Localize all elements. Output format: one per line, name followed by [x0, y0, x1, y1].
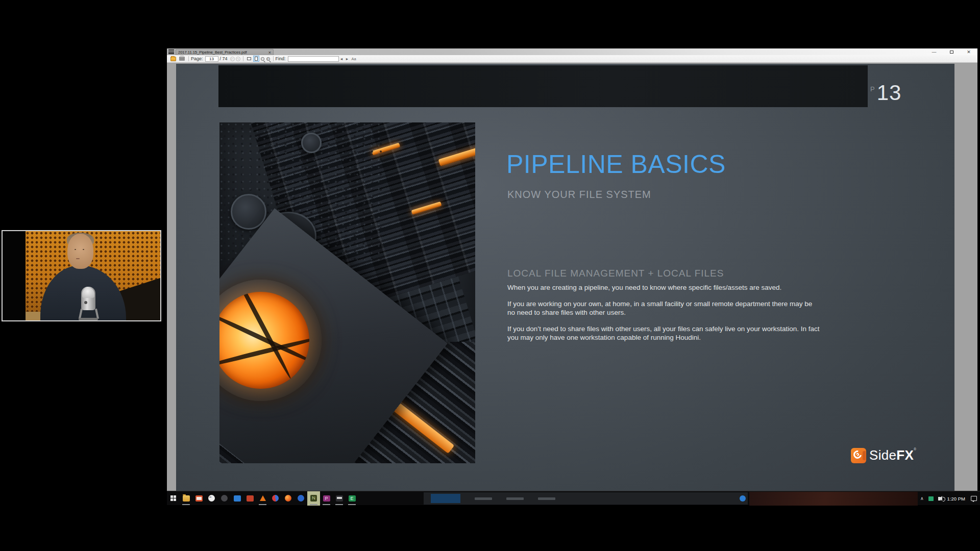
green-app-icon: E	[349, 495, 356, 502]
sidefx-logo-icon	[851, 448, 866, 463]
slide-body-text: When you are creating a pipeline, you ne…	[507, 283, 870, 349]
sidefx-logo-text: SideFX®	[869, 447, 917, 463]
background-window-strip	[424, 492, 748, 505]
zoom-out-icon[interactable]: -	[261, 57, 264, 61]
active-app-icon: N	[310, 495, 317, 502]
paragraph: When you are creating a pipeline, you ne…	[507, 283, 870, 292]
webcam-video	[26, 231, 161, 320]
taskbar-mail[interactable]	[192, 491, 205, 506]
windows-taskbar: N P E ∧ 1:20 PM	[167, 491, 980, 505]
paragraph: If you are working on your own, at home,…	[507, 299, 870, 317]
open-file-icon[interactable]	[170, 57, 176, 61]
page-number: 13	[877, 81, 902, 105]
background-window-button	[431, 494, 460, 503]
webcam-person-head	[67, 234, 93, 268]
system-tray: ∧ 1:20 PM	[920, 491, 977, 506]
tray-network-icon[interactable]	[928, 496, 934, 501]
taskbar-app-4[interactable]	[243, 491, 256, 506]
tray-expand-icon[interactable]: ∧	[920, 496, 924, 501]
action-center-icon[interactable]	[971, 496, 977, 501]
taskbar-app-6[interactable]	[295, 491, 307, 506]
print-icon[interactable]	[179, 57, 185, 61]
taskbar-file-explorer[interactable]	[180, 491, 192, 506]
tab-close-icon[interactable]: ×	[268, 51, 271, 55]
file-explorer-icon	[183, 495, 190, 502]
document-tab[interactable]: 2017.11.15_Pipeline_Best_Practices.pdf ×	[176, 49, 274, 55]
menu-icon[interactable]	[168, 49, 174, 54]
mail-icon	[195, 495, 203, 502]
machine-ring	[301, 133, 322, 153]
toolbar-divider	[273, 56, 274, 61]
close-button[interactable]: ✕	[960, 48, 977, 55]
vlc-icon	[260, 495, 266, 501]
tab-bar: 2017.11.15_Pipeline_Best_Practices.pdf ×…	[167, 48, 977, 55]
maximize-icon	[950, 51, 953, 54]
start-button[interactable]	[167, 491, 180, 506]
taskbar-app-7[interactable]: P	[320, 491, 333, 506]
purple-app-icon: P	[323, 495, 330, 502]
slide-header-band	[218, 65, 868, 107]
page-label: Page:	[191, 56, 203, 61]
taskbar-active-app[interactable]: N	[307, 491, 320, 506]
maximize-button[interactable]	[943, 48, 960, 55]
toolbar-divider	[243, 56, 243, 61]
section-heading: LOCAL FILE MANAGEMENT + LOCAL FILES	[507, 268, 724, 279]
previous-page-button[interactable]: ↶	[230, 57, 235, 61]
machine-ring	[231, 194, 266, 230]
window-controls: — ✕	[925, 48, 977, 55]
slide-page-marker: P 13	[870, 81, 901, 105]
taskbar-app-2[interactable]	[218, 491, 231, 506]
desktop-wallpaper-strip	[749, 492, 918, 506]
document-tab-title: 2017.11.15_Pipeline_Best_Practices.pdf	[178, 50, 267, 55]
taskbar-firefox[interactable]	[282, 491, 295, 506]
find-label: Find:	[276, 56, 286, 61]
page-number-input[interactable]	[205, 56, 218, 62]
speaker-icon[interactable]	[938, 497, 941, 500]
pdf-toolbar: Page: / 74 ↶ ↷ - + Find: ◄ ► Aa	[167, 55, 977, 63]
webcam-microphone	[79, 287, 99, 320]
background-blue-icon	[740, 495, 746, 502]
blue-circle-app-icon	[298, 495, 304, 502]
machinery-artwork-image	[219, 122, 475, 463]
paragraph: If you don’t need to share files with ot…	[507, 324, 870, 342]
minimize-button[interactable]: —	[925, 48, 943, 55]
toolbar-divider	[188, 56, 189, 61]
fox-app-icon	[208, 495, 215, 502]
blue-app-icon	[234, 495, 241, 502]
pdf-viewer-window: 2017.11.15_Pipeline_Best_Practices.pdf ×…	[167, 48, 977, 491]
fit-page-button[interactable]	[253, 56, 259, 62]
find-next-button[interactable]: ►	[346, 57, 349, 61]
taskbar-app-3[interactable]	[231, 491, 243, 506]
next-page-button[interactable]: ↷	[236, 57, 240, 61]
find-previous-button[interactable]: ◄	[340, 57, 344, 61]
red-app-icon	[247, 495, 254, 502]
windows-logo-icon	[170, 495, 176, 501]
fit-width-button[interactable]	[246, 56, 252, 62]
slide-title: PIPELINE BASICS	[506, 149, 726, 179]
taskbar-app-5[interactable]	[269, 491, 282, 506]
match-case-button[interactable]: Aa	[351, 57, 356, 61]
taskbar-app-8[interactable]	[333, 491, 346, 506]
slide-page: P 13	[176, 64, 954, 491]
clock[interactable]: 1:20 PM	[947, 496, 965, 502]
swirl-app-icon	[272, 495, 279, 502]
zoom-in-icon[interactable]: +	[266, 57, 270, 61]
sidefx-logo: SideFX®	[851, 447, 917, 463]
firefox-icon	[285, 495, 291, 502]
slide-subtitle: KNOW YOUR FILE SYSTEM	[507, 189, 651, 201]
find-input[interactable]	[288, 56, 339, 62]
page-prefix: P	[870, 85, 875, 93]
taskbar-app-1[interactable]	[205, 491, 218, 506]
dark-circle-app-icon	[221, 495, 228, 502]
media-app-icon	[336, 495, 343, 502]
page-total: / 74	[220, 56, 228, 61]
taskbar-vlc[interactable]	[256, 491, 269, 506]
webcam-overlay	[2, 230, 161, 321]
pdf-viewer-canvas[interactable]: P 13	[167, 63, 977, 491]
taskbar-app-9[interactable]: E	[346, 491, 358, 506]
